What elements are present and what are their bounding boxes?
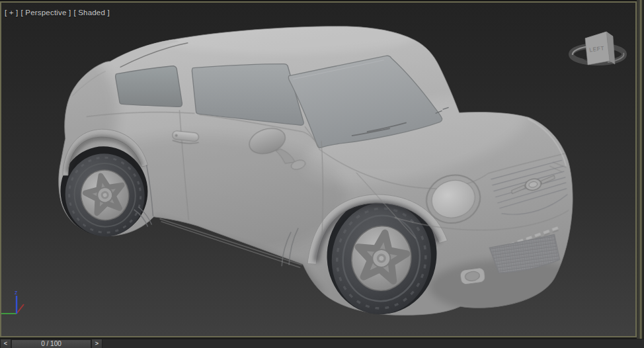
- world-axis-gizmo: z: [1, 288, 32, 322]
- viewport-label: [ + ] [ Perspective ] [ Shaded ]: [5, 9, 110, 17]
- viewcube[interactable]: LEFT: [567, 24, 630, 71]
- next-frame-button[interactable]: >: [91, 339, 102, 348]
- time-slider-track[interactable]: [102, 339, 644, 348]
- application-window: [ + ] [ Perspective ] [ Shaded ] LEFT z …: [0, 0, 644, 348]
- viewport-shading-menu[interactable]: [ Shaded ]: [73, 9, 109, 17]
- time-slider-handle[interactable]: 0 / 100: [11, 339, 91, 348]
- panel-splitter[interactable]: [637, 0, 644, 339]
- 3d-viewport[interactable]: [ + ] [ Perspective ] [ Shaded ] LEFT z: [0, 1, 637, 337]
- x-axis-line: [17, 304, 24, 314]
- previous-frame-button[interactable]: <: [0, 339, 11, 348]
- viewport-canvas[interactable]: [1, 3, 635, 336]
- rear-quarter-window: [116, 66, 182, 107]
- viewport-general-menu[interactable]: [ + ]: [5, 9, 19, 17]
- time-slider-bar[interactable]: < 0 / 100 >: [0, 339, 644, 348]
- viewport-pov-menu[interactable]: [ Perspective ]: [21, 9, 71, 17]
- z-axis-label: z: [15, 289, 18, 296]
- fog-lamp: [460, 267, 486, 285]
- frame-indicator: 0 / 100: [41, 340, 61, 348]
